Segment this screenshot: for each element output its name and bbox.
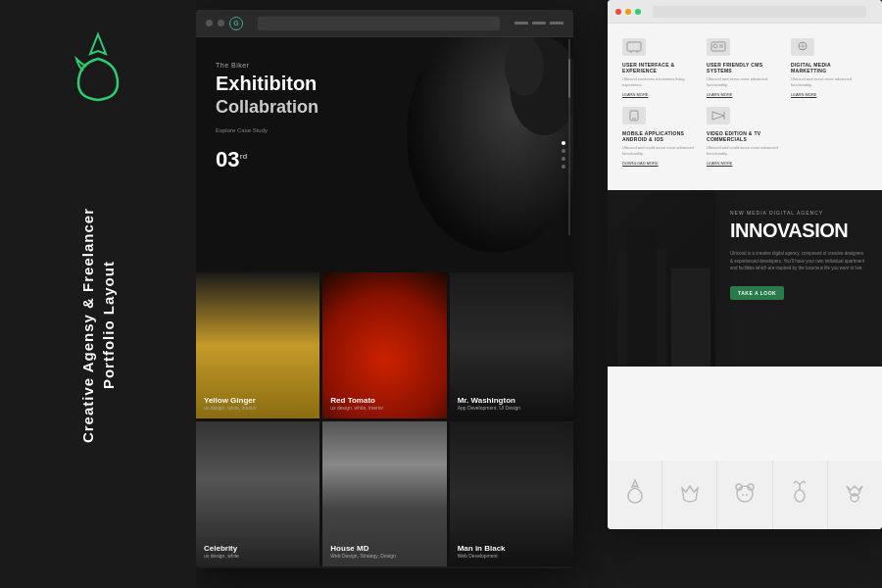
service-item-6-empty xyxy=(791,107,867,166)
portfolio-title-3: Mr. Washington xyxy=(458,396,520,405)
portfolio-subtitle-2: ux design, white, interior xyxy=(330,405,383,411)
svg-marker-22 xyxy=(632,480,638,487)
portfolio-label-3: Mr. Washington App Development, UI Desig… xyxy=(458,396,520,411)
svg-point-23 xyxy=(737,486,753,502)
bear-icon xyxy=(731,478,759,512)
service-desc-4: Ulricood and could serve more advanced f… xyxy=(622,145,699,156)
logo-area xyxy=(59,29,137,112)
portfolio-subtitle-3: App Development, UI Design xyxy=(458,405,520,411)
nav-dot-2 xyxy=(562,149,565,153)
svg-point-28 xyxy=(795,490,805,502)
scroll-thumb xyxy=(568,59,570,98)
innovation-label: NEW MEDIA DIGITAL AGENCY xyxy=(730,210,867,216)
portfolio-label-2: Red Tomato ux design, white, interior xyxy=(330,396,383,411)
hero-counter: 03rd xyxy=(216,147,318,172)
deer-icon xyxy=(786,478,813,512)
nav-dot-1 xyxy=(562,141,565,145)
service-desc-2: Ulricood and serve more advanced functio… xyxy=(707,76,783,87)
mock-site-dark: G xyxy=(196,10,573,568)
portfolio-item-6[interactable]: Man in Black Web Development xyxy=(450,421,573,567)
bottom-icon-unicorn xyxy=(608,461,662,529)
browser-icon-bar-2 xyxy=(532,22,546,24)
svg-point-3 xyxy=(505,37,544,96)
hero-section: The Biker Exhitibiton Collabration Explo… xyxy=(196,37,573,272)
fox-icon xyxy=(841,478,868,512)
learn-more-3[interactable]: LEARN MORE xyxy=(791,92,867,97)
portfolio-title-5: House MD xyxy=(330,544,396,553)
hero-title-bold: Exhitibiton xyxy=(216,73,318,95)
browser-url-light xyxy=(653,6,866,18)
innovation-content: NEW MEDIA DIGITAL AGENCY INNOVASION Ulri… xyxy=(715,190,882,367)
left-sidebar: Creative Agensy & Freelancer Portfolio L… xyxy=(0,0,196,588)
service-desc-1: Ulricood combines a business living expe… xyxy=(622,76,699,87)
services-grid-top: USER INTERFACE &EXPERIENCE Ulricood comb… xyxy=(622,38,867,97)
service-desc-3: Ulricood and serve more advanced functio… xyxy=(791,76,867,87)
service-title-3: DIGITAL MEDIAMARKETTING xyxy=(791,62,867,74)
browser-dot-2 xyxy=(218,20,224,26)
browser-bar-light xyxy=(608,0,882,24)
bottom-icon-wolf xyxy=(662,461,717,529)
svg-point-8 xyxy=(713,44,717,48)
portfolio-label-5: House MD Web Design, Strategy, Design xyxy=(330,544,396,559)
mock-site-light: USER INTERFACE &EXPERIENCE Ulricood comb… xyxy=(608,0,882,529)
learn-more-5[interactable]: LEARN MORE xyxy=(707,161,783,166)
browser-url-dark xyxy=(258,17,500,30)
wolf-icon xyxy=(676,478,704,512)
portfolio-title-6: Man in Black xyxy=(458,544,506,553)
learn-more-1[interactable]: LEARN MORE xyxy=(622,92,699,97)
service-title-5: VIDEO EDITION & TVCOMMERCIALS xyxy=(707,130,783,142)
hero-content: The Biker Exhitibiton Collabration Explo… xyxy=(216,62,318,172)
service-icon-4 xyxy=(622,107,646,124)
hero-title-medium: Collabration xyxy=(216,97,318,118)
scroll-bar xyxy=(568,39,570,235)
service-item-5: VIDEO EDITION & TVCOMMERCIALS Ulricood a… xyxy=(707,107,783,166)
bottom-icon-bear xyxy=(717,461,772,529)
service-item-3: DIGITAL MEDIAMARKETTING Ulricood and ser… xyxy=(791,38,867,97)
portfolio-grid: Yellow Ginger ux design, white, interior… xyxy=(196,272,573,566)
service-title-2: USER FRIENDLY CMSSYSTEMS xyxy=(707,62,783,74)
services-grid-bottom: MOBILE APPLICATIONSANDROID & IOS Ulricoo… xyxy=(622,107,867,166)
unicorn-icon xyxy=(621,478,649,512)
svg-point-30 xyxy=(851,494,858,502)
service-title-1: USER INTERFACE &EXPERIENCE xyxy=(622,62,699,74)
service-icon-3 xyxy=(791,38,814,56)
portfolio-subtitle-5: Web Design, Strategy, Design xyxy=(330,553,396,559)
learn-more-2[interactable]: LEARN MORE xyxy=(707,92,783,97)
nav-dot-4 xyxy=(562,165,565,169)
bottom-icons-bar xyxy=(608,461,882,529)
sidebar-tagline: Creative Agensy & Freelancer Portfolio L… xyxy=(77,208,119,443)
service-icon-2 xyxy=(707,38,730,56)
hero-explore-text: Explore Case Study xyxy=(216,127,318,133)
innovation-title: INNOVASION xyxy=(730,220,867,242)
nav-dot-3 xyxy=(562,157,565,161)
portfolio-item-5[interactable]: House MD Web Design, Strategy, Design xyxy=(322,421,446,567)
innovation-desc: Ulricood is a creative digital agency, c… xyxy=(730,250,867,271)
preview-area: G xyxy=(196,0,882,588)
browser-max xyxy=(635,9,641,15)
portfolio-item-2[interactable]: Red Tomato ux design, white, interior xyxy=(322,272,446,418)
service-item-1: USER INTERFACE &EXPERIENCE Ulricood comb… xyxy=(622,38,699,97)
browser-close xyxy=(615,9,621,15)
svg-rect-4 xyxy=(627,42,641,51)
browser-icon-bar-1 xyxy=(514,22,528,24)
portfolio-label-6: Man in Black Web Development xyxy=(458,544,506,559)
svg-marker-0 xyxy=(90,34,106,54)
service-item-4: MOBILE APPLICATIONSANDROID & IOS Ulricoo… xyxy=(622,107,699,166)
browser-dot-1 xyxy=(206,20,213,26)
hero-small-label: The Biker xyxy=(216,62,318,69)
innovation-section: NEW MEDIA DIGITAL AGENCY INNOVASION Ulri… xyxy=(608,190,882,367)
browser-icons-dark xyxy=(514,22,564,24)
service-icon-5 xyxy=(707,107,730,124)
services-section: USER INTERFACE &EXPERIENCE Ulricood comb… xyxy=(608,24,882,190)
service-icon-1 xyxy=(622,38,646,56)
portfolio-item-3[interactable]: Mr. Washington App Development, UI Desig… xyxy=(450,272,573,418)
browser-min xyxy=(625,9,631,15)
bottom-icon-fox xyxy=(828,461,882,529)
innovation-btn[interactable]: TAKE A LOOK xyxy=(730,286,784,300)
portfolio-item-1[interactable]: Yellow Ginger ux design, white, interior xyxy=(196,272,319,418)
portfolio-label-1: Yellow Ginger ux design, white, interior xyxy=(204,396,257,411)
portfolio-title-2: Red Tomato xyxy=(330,396,383,405)
portfolio-subtitle-1: ux design, white, interior xyxy=(204,405,257,411)
learn-more-4[interactable]: DOWNLOAD MORE xyxy=(622,161,699,166)
portfolio-item-4[interactable]: Celebrity ux design, white xyxy=(196,421,319,567)
